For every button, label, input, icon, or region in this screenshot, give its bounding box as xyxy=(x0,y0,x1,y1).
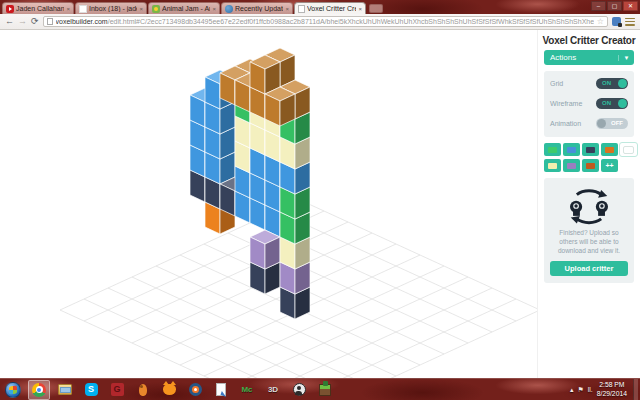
taskbar-bird-app-button[interactable] xyxy=(132,380,154,400)
chrome-icon xyxy=(32,383,46,397)
chevron-down-icon: ▼ xyxy=(618,55,634,61)
taskbar-grass-block-button[interactable] xyxy=(314,380,336,400)
blender-icon xyxy=(189,383,202,396)
taskbar-scratch-cat-button[interactable] xyxy=(158,380,180,400)
tray-flag-icon[interactable]: ⚑ xyxy=(577,386,583,393)
minimize-icon[interactable]: – xyxy=(591,1,606,11)
tab-strip: Jaden Callahan - YouTub×Inbox (18) - jad… xyxy=(2,1,383,14)
tab-planet-minecraft[interactable]: Recently Updated Minec× xyxy=(221,2,293,14)
voxel-canvas[interactable] xyxy=(0,30,537,378)
3d-builder-icon: 3D xyxy=(268,385,278,394)
tab-close-icon[interactable]: × xyxy=(212,6,216,12)
browser-toolbar: ← → ⟳ voxelbuilder.com/edit.html#C/2ecc7… xyxy=(0,14,640,30)
toggle-row-grid: GridON xyxy=(550,78,628,89)
taskbar: SGMc3D ▴ ⚑ ll. 2:58 PM 8/29/2014 xyxy=(0,378,640,400)
explorer-icon xyxy=(58,384,72,395)
share-heads-icon xyxy=(566,187,612,225)
new-tab-button[interactable] xyxy=(369,4,383,13)
gmail-icon xyxy=(79,5,87,13)
color-swatch-1[interactable] xyxy=(563,143,580,156)
toggle-label: Animation xyxy=(550,120,581,127)
page-icon xyxy=(298,5,305,13)
tab-title: Voxel Critter Creator xyxy=(307,5,356,12)
color-swatch-3[interactable] xyxy=(601,143,618,156)
color-swatch-7[interactable] xyxy=(582,159,599,172)
skype-icon: S xyxy=(85,383,98,396)
toggle-label: Wireframe xyxy=(550,100,582,107)
extension-icon[interactable] xyxy=(612,17,621,26)
page-icon xyxy=(47,18,53,25)
tab-title: Inbox (18) - jaden@wav xyxy=(89,5,137,12)
back-icon[interactable]: ← xyxy=(5,17,14,26)
taskbar-start-button[interactable] xyxy=(2,380,24,400)
color-swatch-2[interactable] xyxy=(582,143,599,156)
menu-icon[interactable] xyxy=(625,18,635,26)
taskbar-blender-button[interactable] xyxy=(184,380,206,400)
tray-up-icon[interactable]: ▴ xyxy=(570,386,574,393)
taskbar-minecraft-button[interactable]: Mc xyxy=(236,380,258,400)
profile-app-icon xyxy=(293,383,306,396)
color-swatch-6[interactable] xyxy=(563,159,580,172)
clock-time: 2:58 PM xyxy=(597,381,627,389)
actions-label: Actions xyxy=(544,53,618,62)
taskbar-explorer-button[interactable] xyxy=(54,380,76,400)
show-desktop-button[interactable] xyxy=(633,379,638,400)
grass-block-icon xyxy=(319,384,331,396)
tray-network-icon[interactable]: ll. xyxy=(588,386,593,393)
address-bar[interactable]: voxelbuilder.com/edit.html#C/2ecc713498d… xyxy=(43,16,608,27)
tab-close-icon[interactable]: × xyxy=(139,6,143,12)
window-controls: – ▢ ✕ xyxy=(591,1,638,11)
tab-title: Recently Updated Minec xyxy=(235,5,283,12)
tab-title: Jaden Callahan - YouTub xyxy=(16,5,64,12)
toggle-knob xyxy=(618,79,627,88)
browser-titlebar: Jaden Callahan - YouTub×Inbox (18) - jad… xyxy=(0,0,640,14)
color-swatch-4[interactable] xyxy=(620,143,637,156)
paint-doc-icon xyxy=(216,383,226,396)
toggle-row-wireframe: WireframeON xyxy=(550,98,628,109)
tab-gmail[interactable]: Inbox (18) - jaden@wav× xyxy=(75,2,147,14)
color-swatch-0[interactable] xyxy=(544,143,561,156)
actions-dropdown[interactable]: Actions ▼ xyxy=(544,50,634,65)
animation-toggle[interactable]: OFF xyxy=(596,118,628,129)
taskbar-clock[interactable]: 2:58 PM 8/29/2014 xyxy=(597,381,627,398)
red-app-icon: G xyxy=(111,383,124,396)
bird-icon xyxy=(139,384,147,396)
tab-close-icon[interactable]: × xyxy=(285,6,289,12)
tab-close-icon[interactable]: × xyxy=(66,6,70,12)
system-tray: ▴ ⚑ ll. 2:58 PM 8/29/2014 xyxy=(570,381,633,398)
tab-close-icon[interactable]: × xyxy=(358,6,362,12)
taskbar-profile-app-button[interactable] xyxy=(288,380,310,400)
animal-jam-icon xyxy=(152,5,160,13)
tab-animal-jam[interactable]: Animal Jam - Animal Jam× xyxy=(148,2,220,14)
toggles-panel: GridONWireframeONAnimationOFF xyxy=(544,71,634,137)
url-text[interactable]: voxelbuilder.com/edit.html#C/2ecc713498d… xyxy=(56,18,594,25)
add-color-button[interactable]: ++ xyxy=(601,159,618,172)
taskbar-red-app-button[interactable]: G xyxy=(106,380,128,400)
forward-icon[interactable]: → xyxy=(18,17,27,26)
tab-page[interactable]: Voxel Critter Creator× xyxy=(294,2,366,14)
voxel-scene[interactable] xyxy=(0,30,537,378)
youtube-icon xyxy=(6,5,14,13)
tab-youtube[interactable]: Jaden Callahan - YouTub× xyxy=(2,2,74,14)
start-orb-icon xyxy=(5,382,21,398)
upload-hint-text: Finished? Upload so others will be able … xyxy=(551,229,627,255)
sidebar: Voxel Critter Creator Actions ▼ GridONWi… xyxy=(537,30,640,378)
color-swatch-5[interactable] xyxy=(544,159,561,172)
taskbar-skype-button[interactable]: S xyxy=(80,380,102,400)
bookmark-star-icon[interactable]: ☆ xyxy=(597,18,604,26)
refresh-icon[interactable]: ⟳ xyxy=(31,17,39,26)
upload-critter-button[interactable]: Upload critter xyxy=(550,261,628,276)
close-icon[interactable]: ✕ xyxy=(623,1,638,11)
toggle-knob xyxy=(597,119,606,128)
taskbar-chrome-button[interactable] xyxy=(28,380,50,400)
wireframe-toggle[interactable]: ON xyxy=(596,98,628,109)
taskbar-builder-3d-button[interactable]: 3D xyxy=(262,380,284,400)
voxel-model[interactable] xyxy=(190,48,310,319)
minecraft-icon: Mc xyxy=(241,385,252,394)
maximize-icon[interactable]: ▢ xyxy=(607,1,622,11)
taskbar-paint-doc-button[interactable] xyxy=(210,380,232,400)
upload-panel: Finished? Upload so others will be able … xyxy=(544,178,634,283)
toggle-label: Grid xyxy=(550,80,563,87)
desktop-screen: Jaden Callahan - YouTub×Inbox (18) - jad… xyxy=(0,0,640,400)
grid-toggle[interactable]: ON xyxy=(596,78,628,89)
